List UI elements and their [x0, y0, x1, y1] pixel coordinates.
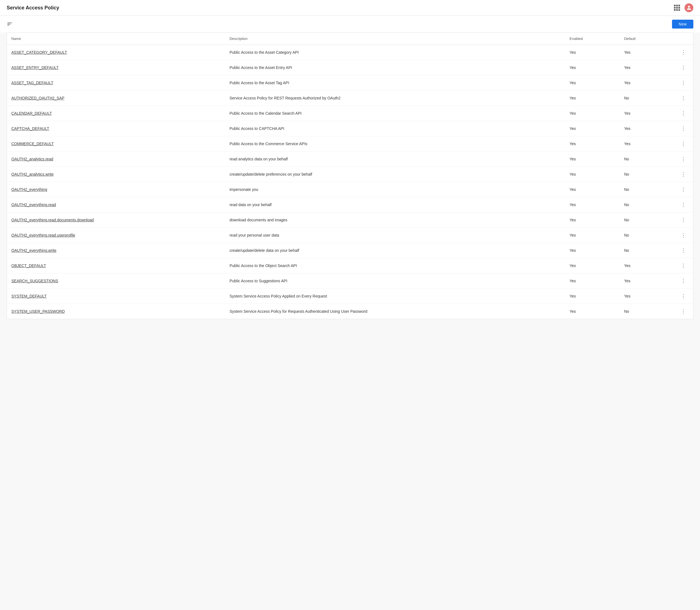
row-actions-menu-button[interactable]: ⋮: [679, 49, 689, 56]
cell-enabled: Yes: [565, 212, 620, 228]
cell-description: System Service Access Policy Applied on …: [225, 289, 565, 304]
cell-enabled: Yes: [565, 60, 620, 75]
cell-actions: ⋮: [674, 289, 693, 304]
policy-name-link[interactable]: OAUTH2_everything: [11, 187, 47, 192]
cell-description: Public Access to the Object Search API: [225, 258, 565, 273]
user-avatar[interactable]: [684, 3, 693, 12]
table-header-row: Name Description Enabled Default: [7, 33, 693, 45]
cell-description: read data on your behalf: [225, 197, 565, 212]
cell-enabled: Yes: [565, 182, 620, 197]
new-button[interactable]: New: [672, 20, 693, 29]
policy-name-link[interactable]: AUTHORIZED_OAUTH2_SAP: [11, 96, 64, 100]
policy-name-link[interactable]: OAUTH2_analytics.read: [11, 157, 53, 161]
row-actions-menu-button[interactable]: ⋮: [679, 247, 689, 254]
policy-name-link[interactable]: ASSET_ENTRY_DEFAULT: [11, 65, 59, 70]
row-actions-menu-button[interactable]: ⋮: [679, 140, 689, 147]
cell-description: Public Access to CAPTCHA API: [225, 121, 565, 136]
cell-default: Yes: [620, 258, 674, 273]
row-actions-menu-button[interactable]: ⋮: [679, 64, 689, 71]
table-row: SYSTEM_DEFAULTSystem Service Access Poli…: [7, 289, 693, 304]
cell-name: ASSET_CATEGORY_DEFAULT: [7, 45, 225, 60]
cell-default: Yes: [620, 121, 674, 136]
cell-enabled: Yes: [565, 258, 620, 273]
policy-name-link[interactable]: OAUTH2_everything.read: [11, 203, 56, 207]
cell-description: Public Access to the Asset Entry API: [225, 60, 565, 75]
cell-default: Yes: [620, 106, 674, 121]
policy-name-link[interactable]: OAUTH2_analytics.write: [11, 172, 54, 176]
table-row: OAUTH2_analytics.writecreate/update/dele…: [7, 167, 693, 182]
row-actions-menu-button[interactable]: ⋮: [679, 262, 689, 269]
row-actions-menu-button[interactable]: ⋮: [679, 231, 689, 239]
cell-default: No: [620, 151, 674, 167]
cell-default: No: [620, 197, 674, 212]
col-header-name: Name: [7, 33, 225, 45]
row-actions-menu-button[interactable]: ⋮: [679, 110, 689, 117]
toolbar: New: [0, 16, 700, 32]
cell-description: Public Access to Suggestions API: [225, 273, 565, 289]
cell-actions: ⋮: [674, 243, 693, 258]
row-actions-menu-button[interactable]: ⋮: [679, 201, 689, 208]
apps-icon[interactable]: [674, 5, 680, 11]
cell-name: ASSET_ENTRY_DEFAULT: [7, 60, 225, 75]
row-actions-menu-button[interactable]: ⋮: [679, 216, 689, 224]
cell-default: No: [620, 167, 674, 182]
cell-name: COMMERCE_DEFAULT: [7, 136, 225, 151]
top-bar-icons: [674, 3, 693, 12]
cell-name: OBJECT_DEFAULT: [7, 258, 225, 273]
row-actions-menu-button[interactable]: ⋮: [679, 186, 689, 193]
cell-actions: ⋮: [674, 273, 693, 289]
row-actions-menu-button[interactable]: ⋮: [679, 292, 689, 300]
policy-name-link[interactable]: ASSET_CATEGORY_DEFAULT: [11, 50, 67, 54]
policy-name-link[interactable]: OAUTH2_everything.write: [11, 248, 57, 253]
row-actions-menu-button[interactable]: ⋮: [679, 79, 689, 86]
cell-default: Yes: [620, 60, 674, 75]
sort-icon[interactable]: [7, 21, 13, 27]
table-row: OAUTH2_everything.writecreate/update/del…: [7, 243, 693, 258]
cell-enabled: Yes: [565, 91, 620, 106]
row-actions-menu-button[interactable]: ⋮: [679, 308, 689, 315]
cell-actions: ⋮: [674, 228, 693, 243]
cell-enabled: Yes: [565, 45, 620, 60]
row-actions-menu-button[interactable]: ⋮: [679, 171, 689, 178]
cell-description: create/update/delete preferences on your…: [225, 167, 565, 182]
cell-default: No: [620, 243, 674, 258]
policy-name-link[interactable]: CALENDAR_DEFAULT: [11, 111, 52, 115]
policy-name-link[interactable]: SYSTEM_USER_PASSWORD: [11, 309, 65, 314]
cell-actions: ⋮: [674, 106, 693, 121]
policy-name-link[interactable]: OAUTH2_everything.read.documents.downloa…: [11, 218, 94, 222]
cell-actions: ⋮: [674, 45, 693, 60]
policy-name-link[interactable]: ASSET_TAG_DEFAULT: [11, 81, 53, 85]
col-header-description: Description: [225, 33, 565, 45]
row-actions-menu-button[interactable]: ⋮: [679, 277, 689, 285]
policy-name-link[interactable]: OBJECT_DEFAULT: [11, 263, 46, 268]
row-actions-menu-button[interactable]: ⋮: [679, 95, 689, 102]
table-row: OAUTH2_everythingimpersonate youYesNo⋮: [7, 182, 693, 197]
table-container: Name Description Enabled Default ASSET_C…: [0, 32, 700, 326]
cell-enabled: Yes: [565, 167, 620, 182]
policy-name-link[interactable]: CAPTCHA_DEFAULT: [11, 126, 49, 131]
cell-default: No: [620, 91, 674, 106]
table-row: SYSTEM_USER_PASSWORDSystem Service Acces…: [7, 304, 693, 319]
policy-name-link[interactable]: COMMERCE_DEFAULT: [11, 142, 54, 146]
cell-default: No: [620, 182, 674, 197]
table-row: SEARCH_SUGGESTIONSPublic Access to Sugge…: [7, 273, 693, 289]
policy-name-link[interactable]: OAUTH2_everything.read.userprofile: [11, 233, 75, 237]
cell-name: OAUTH2_analytics.read: [7, 151, 225, 167]
cell-actions: ⋮: [674, 258, 693, 273]
policy-name-link[interactable]: SEARCH_SUGGESTIONS: [11, 279, 58, 283]
cell-actions: ⋮: [674, 136, 693, 151]
cell-description: impersonate you: [225, 182, 565, 197]
cell-actions: ⋮: [674, 212, 693, 228]
cell-name: SYSTEM_DEFAULT: [7, 289, 225, 304]
table-row: OAUTH2_analytics.readread analytics data…: [7, 151, 693, 167]
row-actions-menu-button[interactable]: ⋮: [679, 125, 689, 132]
cell-name: AUTHORIZED_OAUTH2_SAP: [7, 91, 225, 106]
table-row: ASSET_ENTRY_DEFAULTPublic Access to the …: [7, 60, 693, 75]
cell-enabled: Yes: [565, 136, 620, 151]
cell-actions: ⋮: [674, 60, 693, 75]
row-actions-menu-button[interactable]: ⋮: [679, 156, 689, 163]
cell-enabled: Yes: [565, 273, 620, 289]
cell-name: OAUTH2_everything.write: [7, 243, 225, 258]
policy-name-link[interactable]: SYSTEM_DEFAULT: [11, 294, 47, 298]
table-row: ASSET_CATEGORY_DEFAULTPublic Access to t…: [7, 45, 693, 60]
